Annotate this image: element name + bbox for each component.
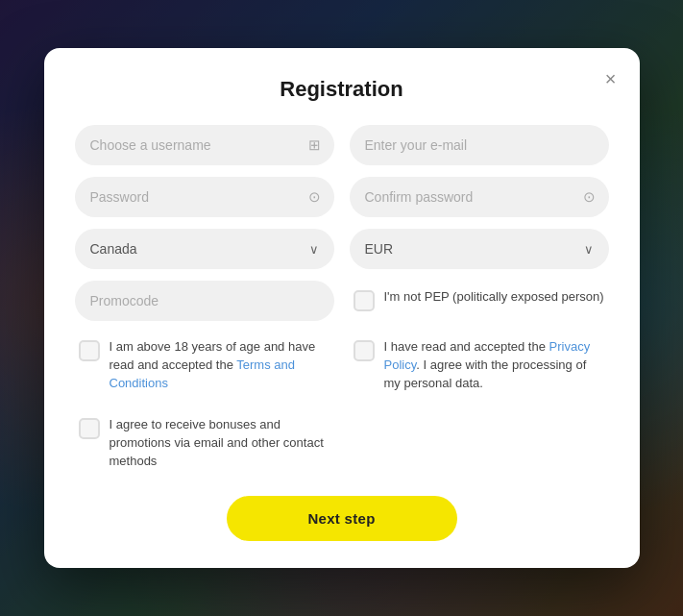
promocode-field-wrap <box>75 281 334 321</box>
registration-form: ⊞ ⊙ ⊙ Canada USA UK <box>75 125 609 476</box>
pep-label: I'm not PEP (politically exposed person) <box>384 288 604 307</box>
close-button[interactable]: × <box>601 65 621 92</box>
password-icon: ⊙ <box>308 188 321 206</box>
modal-title: Registration <box>75 77 609 102</box>
country-select-wrap: Canada USA UK Australia ∨ <box>75 229 334 269</box>
country-select[interactable]: Canada USA UK Australia <box>75 229 334 269</box>
promocode-input[interactable] <box>75 281 334 321</box>
confirm-password-icon: ⊙ <box>583 188 596 206</box>
pep-checkbox-wrap: I'm not PEP (politically exposed person) <box>350 281 609 321</box>
next-step-button[interactable]: Next step <box>227 496 457 541</box>
currency-select-wrap: EUR USD CAD GBP ∨ <box>350 229 609 269</box>
email-field-wrap <box>350 125 609 165</box>
registration-modal: Registration × ⊞ ⊙ ⊙ <box>44 48 640 567</box>
terms-label: I am above 18 years of age and have read… <box>110 338 330 393</box>
username-icon: ⊞ <box>308 136 321 154</box>
bonuses-checkbox-wrap: I agree to receive bonuses and promotion… <box>75 410 334 477</box>
username-input[interactable] <box>75 125 334 165</box>
bonuses-checkbox[interactable] <box>79 418 100 439</box>
email-input[interactable] <box>350 125 609 165</box>
password-field-wrap: ⊙ <box>75 177 334 217</box>
privacy-checkbox[interactable] <box>354 340 375 361</box>
bonuses-label: I agree to receive bonuses and promotion… <box>110 416 330 471</box>
privacy-label-prefix: I have read and accepted the <box>384 339 549 354</box>
username-field-wrap: ⊞ <box>75 125 334 165</box>
privacy-label: I have read and accepted the Privacy Pol… <box>384 338 605 393</box>
terms-checkbox[interactable] <box>79 340 100 361</box>
confirm-password-input[interactable] <box>350 177 609 217</box>
confirm-password-field-wrap: ⊙ <box>350 177 609 217</box>
modal-backdrop: Registration × ⊞ ⊙ ⊙ <box>0 0 683 616</box>
currency-select[interactable]: EUR USD CAD GBP <box>350 229 609 269</box>
pep-checkbox[interactable] <box>354 290 375 311</box>
password-input[interactable] <box>75 177 334 217</box>
terms-checkbox-wrap: I am above 18 years of age and have read… <box>75 333 334 399</box>
modal-header: Registration <box>75 77 609 102</box>
privacy-checkbox-wrap: I have read and accepted the Privacy Pol… <box>350 333 609 399</box>
